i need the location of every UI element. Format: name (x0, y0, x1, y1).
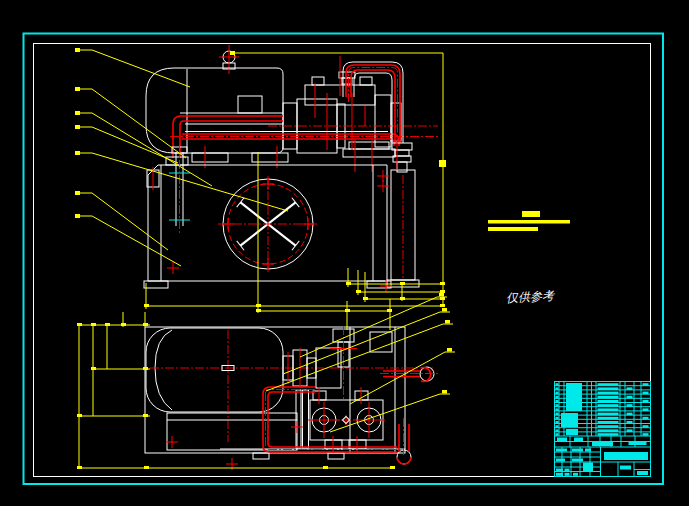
title-block (555, 382, 651, 477)
leader (75, 214, 181, 266)
reference-note: 仅供参考 (506, 289, 557, 306)
plan-bolt-marks (166, 421, 303, 470)
leader (75, 125, 178, 163)
motor-foot (252, 153, 288, 162)
pipe-flange (166, 157, 188, 165)
inner-border (34, 44, 651, 477)
cad-drawing-sheet: 仅供参考 (0, 0, 689, 506)
plan-view (145, 326, 438, 470)
oil-level-gauge (169, 145, 190, 235)
base-plate (167, 413, 297, 450)
leader (283, 308, 450, 374)
highlight-bars (488, 211, 570, 231)
eyebolt (219, 45, 239, 74)
dimension-marker (439, 160, 446, 167)
tank-plan (145, 327, 405, 459)
leader (75, 87, 186, 158)
pump-front (268, 56, 438, 172)
manifold-plan (308, 387, 385, 453)
leader (75, 191, 168, 250)
motor-front (146, 68, 288, 168)
terminal-box (238, 96, 262, 113)
leader (75, 48, 190, 87)
manhole-cover (218, 176, 318, 272)
front-view (144, 45, 438, 292)
drawing-title-block-text (604, 452, 648, 460)
motor-foot (192, 153, 228, 162)
leader (330, 390, 450, 432)
leader (300, 293, 447, 357)
filter-column (387, 138, 419, 287)
tank-foot (144, 281, 168, 288)
